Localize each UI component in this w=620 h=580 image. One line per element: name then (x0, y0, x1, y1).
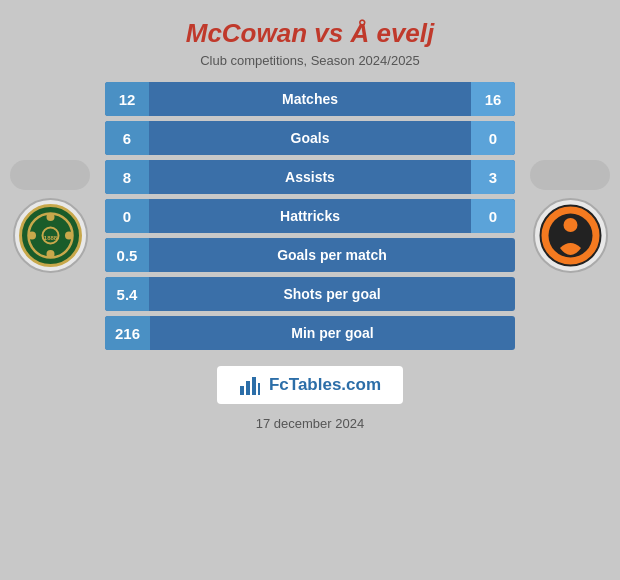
dundee-utd-svg-icon: UTID (538, 203, 603, 268)
main-title: McCowan vs Å evelj (186, 18, 435, 49)
title-section: McCowan vs Å evelj Club competitions, Se… (186, 18, 435, 68)
stat-row-goals-per-match: 0.5 Goals per match (105, 238, 515, 272)
stat-left-assists: 8 (105, 160, 149, 194)
stat-left-goals: 6 (105, 121, 149, 155)
svg-point-4 (28, 231, 36, 239)
svg-rect-14 (252, 377, 256, 395)
svg-point-2 (46, 213, 54, 221)
stat-right-goals: 0 (471, 121, 515, 155)
stat-right-hattricks: 0 (471, 199, 515, 233)
stat-row-goals: 6 Goals 0 (105, 121, 515, 155)
svg-rect-15 (258, 383, 260, 395)
svg-point-3 (46, 250, 54, 258)
stat-label-min-per-goal: Min per goal (150, 325, 515, 341)
fctables-text: FcTables.com (269, 375, 381, 395)
subtitle: Club competitions, Season 2024/2025 (186, 53, 435, 68)
stat-left-goals-per-match: 0.5 (105, 238, 149, 272)
svg-rect-12 (240, 386, 244, 395)
fctables-bar-chart-icon (239, 374, 261, 396)
stat-left-hattricks: 0 (105, 199, 149, 233)
stat-left-shots-per-goal: 5.4 (105, 277, 149, 311)
stat-row-min-per-goal: 216 Min per goal (105, 316, 515, 350)
match-date: 17 december 2024 (256, 416, 364, 431)
stat-label-goals-per-match: Goals per match (149, 247, 515, 263)
stat-label-goals: Goals (149, 130, 471, 146)
stat-label-assists: Assists (149, 169, 471, 185)
stat-row-assists: 8 Assists 3 (105, 160, 515, 194)
left-team-logo-section: 1888 (0, 160, 100, 273)
stat-label-shots-per-goal: Shots per goal (149, 286, 515, 302)
stat-label-hattricks: Hattricks (149, 208, 471, 224)
celtic-logo: 1888 (13, 198, 88, 273)
page-wrapper: McCowan vs Å evelj Club competitions, Se… (0, 0, 620, 580)
svg-text:1888: 1888 (43, 235, 57, 241)
content-area: 1888 12 Matches 16 6 Goals 0 8 Assists 3… (0, 82, 620, 350)
right-team-logo-section: UTID (520, 160, 620, 273)
stat-row-hattricks: 0 Hattricks 0 (105, 199, 515, 233)
svg-text:UTID: UTID (564, 259, 576, 265)
fctables-logo: FcTables.com (217, 366, 403, 404)
dundee-utd-logo: UTID (533, 198, 608, 273)
stat-row-matches: 12 Matches 16 (105, 82, 515, 116)
left-placeholder-bar (10, 160, 90, 190)
stat-right-matches: 16 (471, 82, 515, 116)
right-placeholder-bar (530, 160, 610, 190)
stat-right-assists: 3 (471, 160, 515, 194)
stat-row-shots-per-goal: 5.4 Shots per goal (105, 277, 515, 311)
svg-point-5 (65, 231, 73, 239)
stat-left-matches: 12 (105, 82, 149, 116)
svg-rect-13 (246, 381, 250, 395)
stat-label-matches: Matches (149, 91, 471, 107)
stat-left-min-per-goal: 216 (105, 316, 150, 350)
celtic-svg-icon: 1888 (18, 203, 83, 268)
svg-point-10 (563, 218, 577, 232)
stats-container: 12 Matches 16 6 Goals 0 8 Assists 3 0 Ha… (100, 82, 520, 350)
